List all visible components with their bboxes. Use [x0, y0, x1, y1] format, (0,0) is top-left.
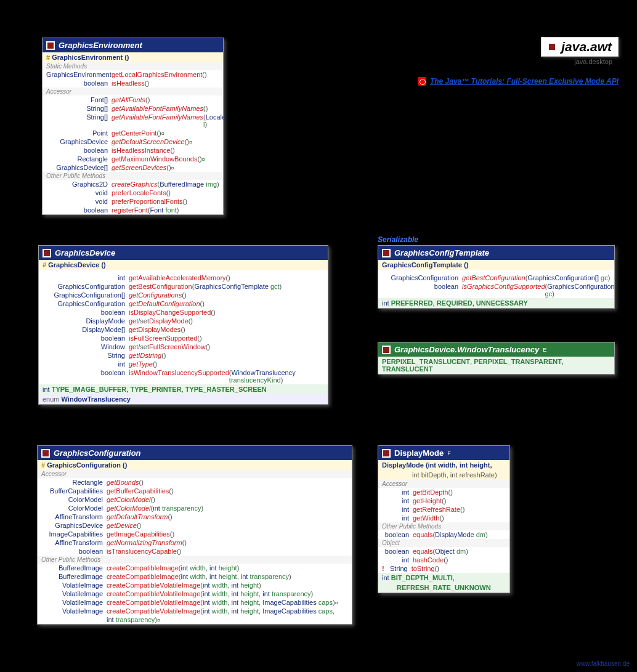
module-name: java.desktop [541, 58, 619, 65]
class-header: GraphicsConfiguration [38, 446, 352, 460]
method-row: booleanisTranslucencyCapable () [38, 547, 352, 556]
method-row: booleanisGraphicsConfigSupported (Graphi… [378, 282, 614, 298]
class-icon [46, 41, 55, 50]
package-name: java.awt [561, 39, 612, 54]
method-row: voidpreferProportionalFonts () [43, 197, 223, 206]
constants-cont: REFRESH_RATE_UNKNOWN [378, 583, 509, 593]
class-graphics-device: GraphicsDevice # GraphicsDevice () intge… [38, 245, 328, 405]
class-icon [41, 449, 50, 458]
method-row: intgetBitDepth () [378, 488, 509, 496]
method-row: intgetRefreshRate () [378, 505, 509, 514]
method-row: RectanglegetMaximumWindowBounds () ¤ [43, 155, 223, 163]
constants: int TYPE_IMAGE_BUFFER, TYPE_PRINTER, TYP… [39, 384, 328, 394]
class-title: GraphicsDevice [55, 248, 115, 257]
class-icon [382, 346, 391, 354]
constructor: DisplayMode (int width, int height, [378, 460, 509, 470]
constructor: # GraphicsEnvironment () [43, 52, 223, 62]
inner-enum: enum WindowTranslucency [39, 394, 328, 404]
class-header: GraphicsEnvironment [43, 38, 223, 52]
tutorial-link[interactable]: The Java™ Tutorials: Full-Screen Exclusi… [430, 77, 619, 86]
method-row: ColorModelgetColorModel () [38, 495, 352, 504]
enum-window-translucency: GraphicsDevice.WindowTranslucency E PERP… [378, 342, 615, 374]
constructor-cont: int bitDepth, int refreshRate) [378, 470, 509, 480]
section-object: Object [378, 539, 509, 547]
footer-link[interactable]: www.falkhausen.de [577, 660, 630, 667]
method-row: intgetType () [39, 360, 328, 368]
method-row: AffineTransformgetNormalizingTransform (… [38, 538, 352, 547]
method-row: booleanisHeadlessInstance () [43, 146, 223, 155]
method-row: inthashCode () [378, 556, 509, 564]
method-row: Font[]getAllFonts () [43, 95, 223, 104]
package-header: java.awt java.desktop [541, 37, 619, 65]
class-header: GraphicsConfigTemplate [378, 246, 614, 260]
method-row: booleanregisterFont (Font font) [43, 206, 223, 214]
class-icon [382, 449, 391, 458]
method-row: VolatileImagecreateCompatibleVolatileIma… [38, 589, 352, 598]
section-other: Other Public Methods [43, 172, 223, 180]
constructor: # GraphicsDevice () [39, 260, 328, 270]
method-row: StringgetIDstring () [39, 351, 328, 360]
method-row: GraphicsConfigurationgetDefaultConfigura… [39, 299, 328, 308]
class-header: GraphicsDevice [39, 246, 328, 260]
constants: int BIT_DEPTH_MULTI, [378, 573, 509, 583]
method-row: booleanequals (Object dm) [378, 547, 509, 556]
class-title: GraphicsConfiguration [54, 448, 141, 458]
package-icon [548, 43, 556, 51]
method-row: ColorModelgetColorModel (int transparenc… [38, 504, 352, 512]
constants: int PREFERRED, REQUIRED, UNNECESSARY [378, 298, 614, 308]
method-row: GraphicsDevice[]getScreenDevices () ¤ [43, 163, 223, 172]
method-row: DisplayMode[]getDisplayModes () [39, 325, 328, 334]
constructor: # GraphicsConfiguration () [38, 460, 352, 470]
class-header: DisplayMode F [378, 446, 509, 460]
method-row: int transparency) ¤ [38, 615, 352, 624]
class-display-mode: DisplayMode F DisplayMode (int width, in… [378, 445, 510, 593]
class-title: DisplayMode [394, 448, 444, 458]
enum-header: GraphicsDevice.WindowTranslucency E [378, 342, 614, 357]
method-row: GraphicsConfigurationgetBestConfiguratio… [378, 273, 614, 282]
method-row: Windowget/setFullScreenWindow () [39, 342, 328, 351]
method-row: booleanisWindowTranslucencySupported (Wi… [39, 368, 328, 384]
method-row: VolatileImagecreateCompatibleVolatileIma… [38, 607, 352, 615]
package-name-box: java.awt [541, 37, 619, 57]
section-static: Static Methods [43, 62, 223, 70]
method-row: VolatileImagecreateCompatibleVolatileIma… [38, 598, 352, 607]
method-row: voidpreferLocaleFonts () [43, 188, 223, 197]
section-accessor: Accessor [38, 470, 352, 478]
method-row: intgetAvailableAcceleratedMemory () [39, 273, 328, 282]
method-row: !StringtoString () [378, 564, 509, 573]
class-graphics-configuration: GraphicsConfiguration # GraphicsConfigur… [37, 445, 352, 625]
oracle-icon [418, 77, 426, 86]
section-accessor: Accessor [43, 87, 223, 95]
section-other: Other Public Methods [378, 522, 509, 530]
method-row: DisplayModeget/setDisplayMode () [39, 317, 328, 325]
method-row: booleanequals (DisplayMode dm) [378, 530, 509, 539]
method-row: PointgetCenterPoint () ¤ [43, 129, 223, 137]
method-row: Graphics2DcreateGraphics (BufferedImage … [43, 180, 223, 188]
method-row: GraphicsDevicegetDefaultScreenDevice () … [43, 137, 223, 146]
method-row: intgetHeight () [378, 496, 509, 505]
method-row: RectanglegetBounds () [38, 478, 352, 487]
tutorial-link-row: The Java™ Tutorials: Full-Screen Exclusi… [418, 77, 619, 86]
class-graphics-environment: GraphicsEnvironment # GraphicsEnvironmen… [42, 38, 224, 215]
method-row: booleanisDisplayChangeSupported () [39, 308, 328, 317]
method-row: GraphicsConfiguration[]getConfigurations… [39, 291, 328, 299]
stereotype-serializable: Serializable [378, 235, 418, 244]
method-row: AffineTransformgetDefaultTransform () [38, 512, 352, 521]
class-icon [43, 249, 51, 257]
class-icon [382, 249, 391, 257]
method-row: VolatileImagecreateCompatibleVolatileIma… [38, 581, 352, 589]
method-row: GraphicsEnvironmentgetLocalGraphicsEnvir… [43, 70, 223, 79]
constructor: GraphicsConfigTemplate () [378, 260, 614, 270]
class-title: GraphicsEnvironment [59, 41, 142, 50]
method-row: booleanisFullScreenSupported () [39, 334, 328, 342]
method-row: GraphicsConfigurationgetBestConfiguratio… [39, 282, 328, 291]
method-row: ImageCapabilitiesgetImageCapabilities () [38, 530, 352, 538]
method-row: BufferedImagecreateCompatibleImage (int … [38, 564, 352, 572]
class-title: GraphicsConfigTemplate [394, 248, 489, 257]
method-row: GraphicsDevicegetDevice () [38, 521, 352, 530]
method-row: String[]getAvailableFontFamilyNames () [43, 104, 223, 113]
enum-constants: PERPIXEL_TRANSLUCENT, PERPIXEL_TRANSPARE… [378, 357, 614, 374]
method-row: String[]getAvailableFontFamilyNames (Loc… [43, 113, 223, 129]
section-other: Other Public Methods [38, 556, 352, 564]
class-title: GraphicsDevice.WindowTranslucency [394, 345, 539, 354]
